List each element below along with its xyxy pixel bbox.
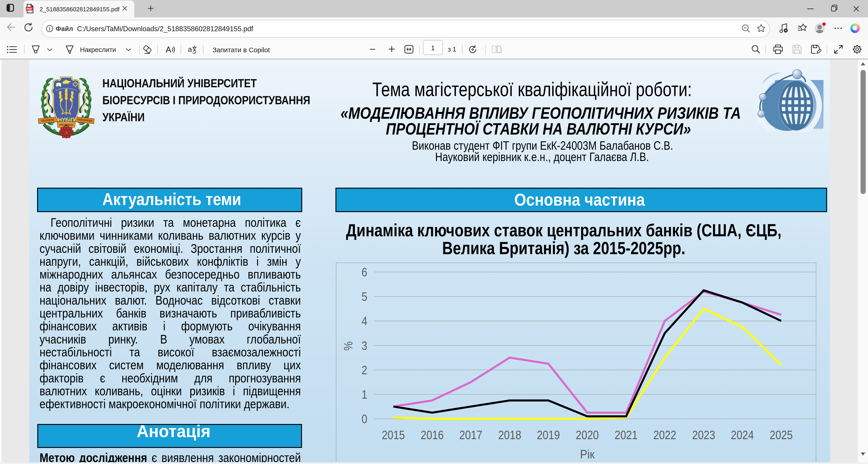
svg-text:4: 4 — [362, 314, 368, 328]
svg-text:5: 5 — [362, 290, 368, 303]
svg-text:a: a — [188, 45, 192, 53]
svg-text:3: 3 — [362, 339, 368, 352]
svg-text:%: % — [341, 341, 355, 351]
svg-text:2017: 2017 — [459, 428, 483, 442]
svg-text:2015: 2015 — [382, 428, 405, 442]
svg-text:2025: 2025 — [770, 428, 793, 442]
svg-text:6: 6 — [362, 265, 368, 279]
svg-text:PDF: PDF — [27, 7, 32, 11]
svg-text:2020: 2020 — [576, 428, 599, 442]
svg-text:2023: 2023 — [692, 428, 715, 442]
svg-text:2024: 2024 — [731, 428, 754, 442]
svg-text:1: 1 — [362, 388, 368, 401]
svg-text:0: 0 — [362, 412, 368, 426]
svg-text:2022: 2022 — [653, 428, 676, 442]
svg-text:2021: 2021 — [615, 428, 638, 442]
svg-text:2019: 2019 — [537, 428, 560, 442]
svg-text:2: 2 — [362, 363, 368, 377]
svg-text:2016: 2016 — [421, 428, 444, 442]
svg-text:2018: 2018 — [498, 428, 521, 442]
svg-text:Рік: Рік — [580, 447, 594, 461]
svg-text:A: A — [166, 45, 171, 54]
